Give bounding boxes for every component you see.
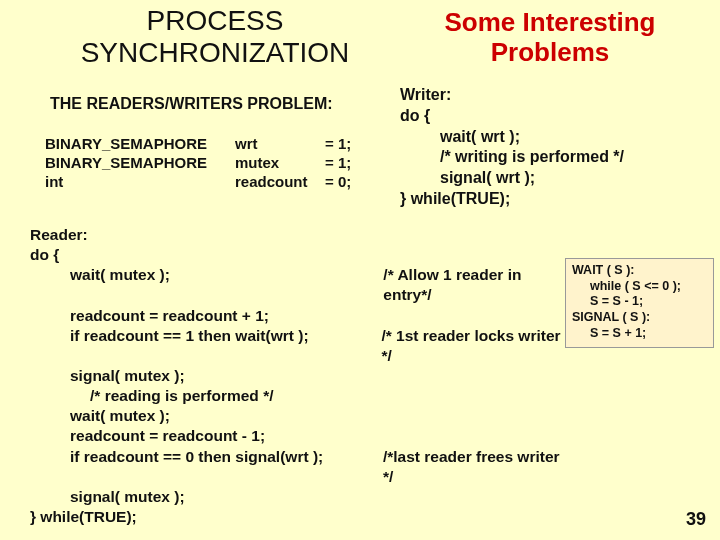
code-line: wait( mutex ); xyxy=(30,406,570,426)
decl-var: wrt xyxy=(235,135,325,154)
code-line: if readcount == 0 then signal(wrt ); xyxy=(30,447,383,487)
code-line: signal( wrt ); xyxy=(400,168,624,189)
decl-val: = 1; xyxy=(325,154,351,173)
code-line: Writer: xyxy=(400,85,624,106)
code-line: S = S - 1; xyxy=(572,294,707,310)
decl-var: mutex xyxy=(235,154,325,173)
page-number: 39 xyxy=(686,509,706,530)
decl-val: = 1; xyxy=(325,135,351,154)
decl-val: = 0; xyxy=(325,173,351,192)
code-line: readcount = readcount + 1; xyxy=(30,306,570,326)
decl-row: BINARY_SEMAPHORE wrt = 1; xyxy=(45,135,351,154)
code-line: while ( S <= 0 ); xyxy=(572,279,707,295)
code-line: S = S + 1; xyxy=(572,326,707,342)
decl-row: BINARY_SEMAPHORE mutex = 1; xyxy=(45,154,351,173)
code-line: if readcount == 1 then wait(wrt ); xyxy=(30,326,381,366)
title-left: PROCESS SYNCHRONIZATION xyxy=(65,5,365,69)
decl-var: readcount xyxy=(235,173,325,192)
code-line: do { xyxy=(400,106,624,127)
semaphore-definition-box: WAIT ( S ): while ( S <= 0 ); S = S - 1;… xyxy=(565,258,714,348)
code-comment: /* Allow 1 reader in entry*/ xyxy=(383,265,570,305)
code-line: readcount = readcount - 1; xyxy=(30,426,570,446)
code-comment: /*last reader frees writer */ xyxy=(383,447,570,487)
writer-code: Writer: do { wait( wrt ); /* writing is … xyxy=(400,85,624,210)
decl-type: BINARY_SEMAPHORE xyxy=(45,154,235,173)
code-line: signal( mutex ); xyxy=(30,366,570,386)
declarations: BINARY_SEMAPHORE wrt = 1; BINARY_SEMAPHO… xyxy=(45,135,351,191)
signal-header: SIGNAL ( S ): xyxy=(572,310,707,326)
title-right-line1: Some Interesting xyxy=(445,7,656,37)
reader-code: Reader: do { wait( mutex ); /* Allow 1 r… xyxy=(30,225,570,527)
title-right: Some Interesting Problems xyxy=(400,8,700,68)
subtitle: THE READERS/WRITERS PROBLEM: xyxy=(50,95,333,113)
code-line: wait( mutex ); xyxy=(30,265,383,305)
code-line: do { xyxy=(30,245,570,265)
decl-type: BINARY_SEMAPHORE xyxy=(45,135,235,154)
code-comment: /* 1st reader locks writer */ xyxy=(381,326,570,366)
code-line: wait( wrt ); xyxy=(400,127,624,148)
code-line: /* reading is performed */ xyxy=(30,386,570,406)
code-line: Reader: xyxy=(30,225,570,245)
decl-type: int xyxy=(45,173,235,192)
code-line: } while(TRUE); xyxy=(400,189,624,210)
code-line: signal( mutex ); xyxy=(30,487,570,507)
decl-row: int readcount = 0; xyxy=(45,173,351,192)
title-left-line1: PROCESS xyxy=(147,5,284,36)
title-right-line2: Problems xyxy=(491,37,610,67)
title-left-line2: SYNCHRONIZATION xyxy=(81,37,350,68)
code-line: } while(TRUE); xyxy=(30,507,570,527)
wait-header: WAIT ( S ): xyxy=(572,263,707,279)
code-line: /* writing is performed */ xyxy=(400,147,624,168)
